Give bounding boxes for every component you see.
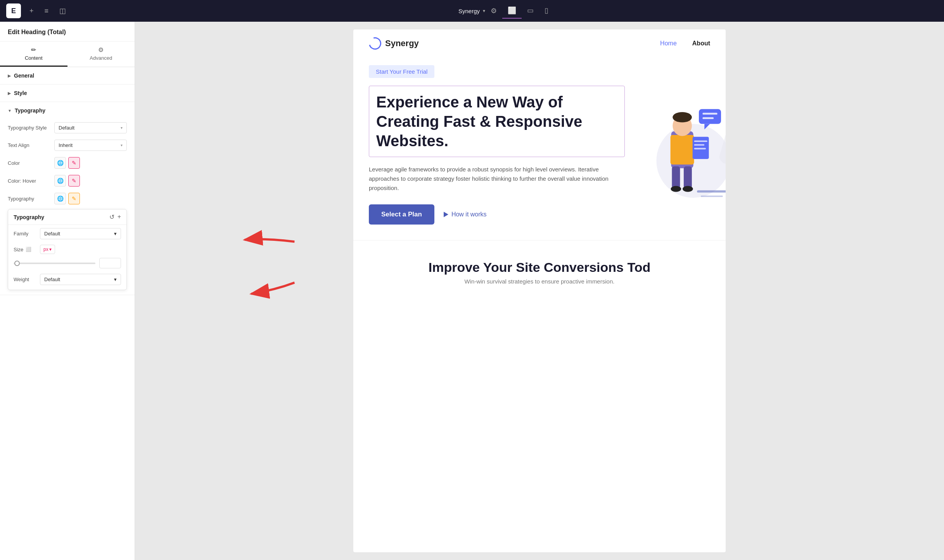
color-hover-row: Color: Hover 🌐 ✎	[0, 172, 135, 190]
typography-style-chevron-icon: ▾	[121, 126, 123, 130]
text-align-chevron-icon: ▾	[121, 143, 123, 147]
typography-style-control: Default ▾	[54, 122, 127, 133]
elementor-logo[interactable]: E	[6, 3, 21, 18]
hero-section: Start Your Free Trial Experience a New W…	[353, 57, 726, 240]
section-style[interactable]: ▶ Style	[0, 85, 135, 102]
typography-field-row: Typography 🌐 ✎	[0, 190, 135, 207]
monitor-icon: ⬜	[26, 247, 31, 252]
px-unit-selector[interactable]: px ▾	[40, 245, 55, 254]
svg-rect-12	[694, 148, 706, 149]
popup-family-select[interactable]: Default ▾	[40, 228, 121, 239]
popup-reset-icon[interactable]: ↺	[109, 213, 114, 221]
preview-page: Synergy Home About Start Your Free Trial…	[353, 29, 726, 552]
svg-rect-9	[693, 137, 709, 159]
section-typography: ▼ Typography Typography Style Default ▾ …	[0, 102, 135, 295]
select-plan-button[interactable]: Select a Plan	[369, 204, 434, 225]
how-it-works-button[interactable]: How it works	[444, 211, 487, 218]
site-logo: Synergy	[369, 37, 419, 50]
page-chevron[interactable]: ▾	[483, 8, 485, 14]
typography-style-label: Typography Style	[8, 125, 54, 131]
section2-title: Improve Your Site Conversions Tod	[369, 260, 710, 275]
svg-point-5	[683, 186, 693, 192]
size-slider[interactable]	[14, 263, 95, 264]
typography-edit-icon[interactable]: ✎	[68, 193, 80, 204]
general-arrow-icon: ▶	[8, 74, 11, 78]
color-row: Color 🌐 ✎	[0, 154, 135, 172]
svg-rect-13	[699, 109, 721, 124]
text-align-label: Text Align	[8, 142, 54, 148]
typography-global-icon[interactable]: 🌐	[54, 193, 66, 204]
hero-badge: Start Your Free Trial	[369, 65, 434, 78]
color-global-icon[interactable]: 🌐	[54, 157, 66, 169]
typography-style-select[interactable]: Default ▾	[54, 122, 127, 133]
settings-gear-icon[interactable]: ⚙	[488, 4, 499, 17]
text-align-row: Text Align Inherit ▾	[0, 137, 135, 154]
typography-popup: Typography ↺ + Family Default ▾	[8, 209, 127, 290]
popup-weight-row: Weight Default ▾	[8, 271, 126, 290]
text-align-control: Inherit ▾	[54, 140, 127, 151]
device-switcher: ⬜ ▭ ▯	[502, 3, 554, 19]
section2: Improve Your Site Conversions Tod Win-wi…	[353, 240, 726, 296]
svg-point-8	[673, 112, 692, 123]
page-name: Synergy	[458, 8, 480, 14]
popup-family-row: Family Default ▾	[8, 225, 126, 242]
topbar: E + ≡ ◫ Synergy ▾ ⚙ ⬜ ▭ ▯	[0, 0, 944, 22]
popup-header: Typography ↺ +	[8, 209, 126, 225]
svg-rect-2	[672, 166, 680, 188]
device-desktop-icon[interactable]: ⬜	[502, 3, 522, 19]
size-slider-thumb[interactable]	[14, 261, 20, 266]
section-general[interactable]: ▶ General	[0, 67, 135, 85]
popup-size-row: Size ⬜ px ▾	[8, 242, 126, 256]
play-icon	[444, 212, 448, 217]
device-tablet-icon[interactable]: ▭	[522, 3, 539, 19]
site-nav: Synergy Home About	[353, 29, 726, 57]
color-hover-label: Color: Hover	[8, 178, 54, 184]
site-logo-text: Synergy	[385, 38, 419, 48]
add-icon[interactable]: +	[27, 5, 36, 17]
panel-title: Edit Heading (Total)	[0, 22, 135, 41]
typography-style-row: Typography Style Default ▾	[0, 119, 135, 137]
color-control: 🌐 ✎	[54, 157, 127, 169]
popup-size-label: Size ⬜	[14, 247, 37, 252]
popup-family-chevron-icon: ▾	[114, 231, 117, 237]
tab-content[interactable]: ✏ Content	[0, 41, 67, 67]
popup-family-label: Family	[14, 231, 37, 237]
svg-rect-11	[694, 144, 705, 146]
layers-icon[interactable]: ◫	[57, 4, 68, 17]
svg-rect-14	[702, 113, 717, 115]
site-nav-links: Home About	[660, 40, 710, 47]
svg-point-4	[671, 186, 681, 192]
nav-link-home[interactable]: Home	[660, 40, 677, 47]
size-input[interactable]	[99, 258, 121, 268]
popup-weight-select[interactable]: Default ▾	[40, 274, 121, 285]
filter-icon[interactable]: ≡	[42, 5, 51, 17]
popup-actions: ↺ +	[109, 213, 121, 221]
text-align-select[interactable]: Inherit ▾	[54, 140, 127, 151]
size-slider-row	[8, 256, 126, 271]
left-panel: Edit Heading (Total) ✏ Content ⚙ Advance…	[0, 22, 135, 560]
nav-link-about[interactable]: About	[692, 40, 710, 47]
popup-weight-label: Weight	[14, 277, 37, 282]
tab-advanced[interactable]: ⚙ Advanced	[67, 41, 135, 67]
popup-add-icon[interactable]: +	[118, 213, 121, 221]
hero-svg	[602, 57, 726, 213]
topbar-center: Synergy ▾ ⚙ ⬜ ▭ ▯	[74, 3, 938, 19]
svg-rect-15	[702, 117, 714, 119]
device-mobile-icon[interactable]: ▯	[539, 3, 554, 19]
advanced-tab-icon: ⚙	[98, 46, 104, 54]
color-picker-icon[interactable]: ✎	[68, 157, 80, 169]
typography-section-header[interactable]: ▼ Typography	[0, 102, 135, 119]
panel-tabs: ✏ Content ⚙ Advanced	[0, 41, 135, 67]
popup-weight-chevron-icon: ▾	[114, 277, 117, 282]
section2-sub: Win-win survival strategies to ensure pr…	[369, 278, 710, 285]
hero-heading-wrapper: Experience a New Way of Creating Fast & …	[369, 86, 625, 157]
hero-heading: Experience a New Way of Creating Fast & …	[376, 92, 617, 150]
svg-rect-3	[684, 166, 692, 188]
hero-subtext: Leverage agile frameworks to provide a r…	[369, 165, 625, 193]
color-label: Color	[8, 160, 54, 166]
typography-arrow-icon: ▼	[8, 109, 12, 113]
color-hover-picker-icon[interactable]: ✎	[68, 175, 80, 187]
typography-field-control: 🌐 ✎	[54, 193, 127, 204]
typography-field-label: Typography	[8, 196, 54, 202]
color-hover-global-icon[interactable]: 🌐	[54, 175, 66, 187]
